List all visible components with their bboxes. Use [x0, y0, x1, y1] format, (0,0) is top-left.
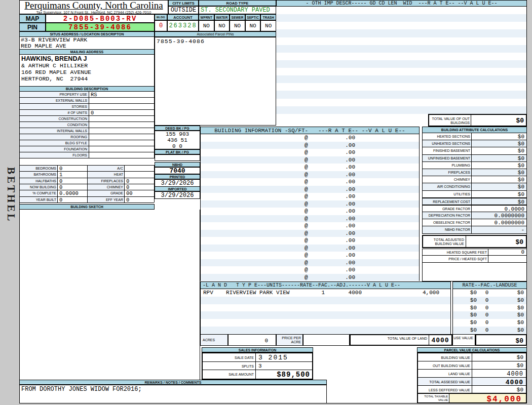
- flag-value: NO: [199, 20, 214, 31]
- plat-bk-pg-header: PLAT BK / PG: [155, 149, 200, 154]
- total-label: TOTAL ADJUSTED BUILDING VALUE: [423, 236, 466, 247]
- printed-header: PRINTED: [155, 174, 200, 179]
- use-fac: 0: [478, 304, 496, 312]
- row-label: LESS DEFFERED VALUE: [418, 386, 472, 393]
- city-limits-value: OUTSIDE: [168, 6, 199, 14]
- building-info-row: @.00: [201, 215, 419, 223]
- row-label: FINISHED BASEMENT: [423, 147, 472, 154]
- oth-imp-row: [276, 7, 526, 14]
- table-row: OUT BUILDING VALUE $0: [418, 361, 526, 370]
- row-label: YEAR BUILT: [20, 197, 58, 202]
- row-value: 0: [125, 197, 154, 202]
- building-info-row: @.00: [201, 200, 419, 208]
- row-label: HALFBATHS: [20, 178, 58, 184]
- table-row: BLDG STYLE: [20, 140, 154, 146]
- building-info-row: @.00: [201, 230, 419, 237]
- table-row: YEAR BUILT 0 EFF YEAR 0: [20, 197, 154, 203]
- row-label: FIREPLACES: [423, 169, 472, 176]
- bldg-value: 0: [155, 20, 167, 31]
- table-row: ROOFING: [20, 134, 154, 140]
- use-landuse: $0: [496, 304, 526, 312]
- building-info-row: @.00: [201, 237, 419, 245]
- row-label: HEAT: [88, 172, 125, 177]
- row-value: 0: [125, 184, 154, 190]
- township-label: BETHEL: [2, 167, 17, 248]
- building-info-row: @.00: [201, 149, 419, 156]
- row-label: OBSELENCE FACTOR: [423, 219, 472, 226]
- table-row: $0 0 $0: [453, 327, 526, 334]
- row-value: 0: [125, 178, 154, 184]
- row-label: FIREPLACES: [88, 178, 125, 184]
- building-info-row: @.00: [201, 171, 419, 179]
- row-label: % COMPLETE: [20, 190, 58, 196]
- table-row: REPLACEMENT COST $0: [423, 198, 526, 205]
- row-value: $0: [472, 162, 526, 169]
- deed-line: 436 51: [167, 137, 187, 143]
- building-info-rows: @.00@.00@.00@.00@.00@.00@.00@.00@.00@.00…: [200, 134, 420, 281]
- table-row: [201, 297, 450, 304]
- row-value: [125, 166, 154, 171]
- row-value: $0: [472, 147, 526, 154]
- deed-bk-pg-header: DEED BK / PG: [155, 126, 200, 131]
- total-taxable-value: TOTAL TAXABLE VALUE $4,000: [417, 393, 527, 403]
- row-label: BLDG STYLE: [20, 140, 89, 146]
- table-row: LAND VALUE 4000: [418, 370, 526, 378]
- county-header: Perquimans County, North Carolina Tax Su…: [19, 0, 168, 14]
- building-description-table: PROPERTY USE RS EXTERNAL WALLS STORIES #…: [19, 92, 155, 158]
- sales-information-table: SALE DATE 3 2015 SPLITS 3 SALE AMOUNT $8…: [202, 352, 313, 380]
- deed-line: 0 0: [172, 143, 182, 149]
- building-info-row: @.00: [201, 245, 419, 252]
- row-label: # OF UNITS: [20, 110, 89, 115]
- row-label: OUT BUILDING VALUE: [418, 361, 472, 369]
- oth-imp-row: [276, 37, 526, 45]
- use-rate: $0: [453, 304, 478, 312]
- table-row: $0 0 $0: [453, 289, 526, 297]
- row-value: RS: [89, 92, 154, 97]
- row-value: $0: [472, 361, 526, 369]
- building-info-row: @.00: [201, 208, 419, 215]
- table-row: OBSELENCE FACTOR 0.0000000: [423, 219, 526, 226]
- flag-header: WFRNT: [199, 14, 214, 20]
- building-info-row: @.00: [201, 186, 419, 193]
- oth-imp-row: [276, 60, 526, 68]
- table-row: FINISHED BASEMENT $0: [423, 147, 526, 154]
- table-row: AIR CONDITIONING $0: [423, 183, 526, 190]
- building-info-row: @.00: [201, 222, 419, 230]
- flag-header: WATER: [214, 14, 230, 20]
- oth-imp-row: [276, 106, 526, 114]
- table-row: GRADE FACTOR 0.0000: [423, 205, 526, 212]
- row-label: PROPERTY USE: [20, 92, 89, 97]
- table-row: INTERNAL WALLS: [20, 128, 154, 134]
- table-row: PLUMBING $0: [423, 162, 526, 169]
- oth-imp-row: [276, 22, 526, 29]
- flag-value: NO: [214, 20, 230, 31]
- oth-imp-row: [276, 83, 526, 91]
- use-rate: $0: [453, 297, 478, 304]
- row-value: $0: [472, 191, 526, 197]
- total-label: TOTAL VALUE OF LAND: [351, 335, 429, 345]
- flag-value: NO: [260, 20, 276, 31]
- row-value: [89, 146, 154, 152]
- remarks-text: FROM DOROTHY JONES WIDOW FOR2016;: [19, 385, 327, 403]
- table-row: PROPERTY USE RS: [20, 92, 154, 98]
- row-value: 4000: [472, 370, 526, 377]
- table-row: [201, 319, 450, 327]
- use-rate: $0: [453, 327, 478, 334]
- map-value: 2-D085-B003-RV: [46, 14, 155, 23]
- total-label: TOTAL VALUE OF OUT BUILDINGS: [429, 115, 471, 126]
- use-rate: $0: [453, 319, 478, 327]
- row-label: UNHEATED SECTIONS: [423, 140, 472, 147]
- use-landuse: $0: [496, 289, 526, 297]
- row-label: FOUNDATION: [20, 146, 89, 152]
- row-value: $0: [472, 198, 526, 205]
- flag-header: SEPTIC: [245, 14, 261, 20]
- owner-name: HAWKINS, BRENDA J: [21, 55, 153, 62]
- land-units: 1: [315, 289, 325, 297]
- table-row: NBHD FACTOR -: [423, 226, 526, 233]
- table-row: HEATED SECTIONS $0: [423, 133, 526, 140]
- table-row: BEDROOMS 0 A/C: [20, 166, 154, 172]
- acres-value: 0: [228, 334, 276, 346]
- price-heated-sqft-row: PRICE / HEATED SQFT: [422, 256, 527, 263]
- oth-imp-row: [276, 14, 526, 22]
- row-label: HEATED SQUARE FEET: [423, 249, 488, 255]
